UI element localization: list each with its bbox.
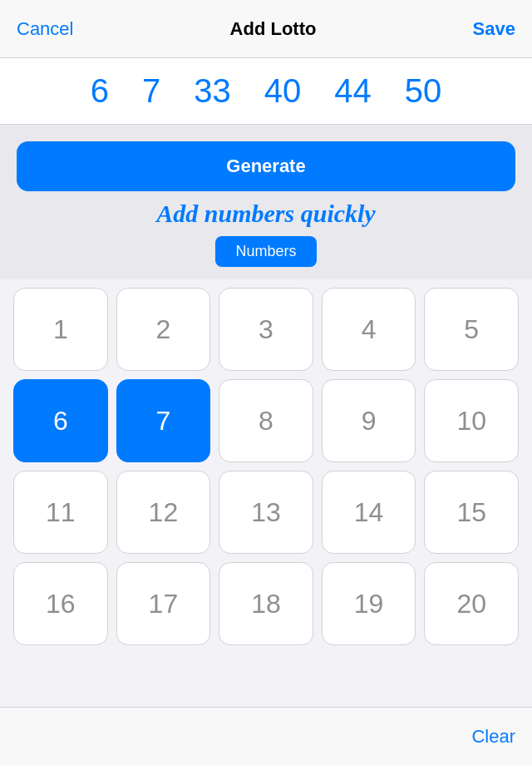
generate-button[interactable]: Generate: [17, 141, 515, 191]
number-cell-9[interactable]: 9: [322, 379, 416, 462]
number-cell-8[interactable]: 8: [219, 379, 313, 462]
bottom-bar: Clear: [0, 707, 532, 765]
number-cell-5[interactable]: 5: [424, 288, 519, 371]
number-cell-17[interactable]: 17: [116, 562, 211, 645]
clear-button[interactable]: Clear: [471, 726, 515, 748]
cancel-button[interactable]: Cancel: [17, 18, 73, 40]
generate-section: Generate: [0, 125, 532, 191]
number-cell-11[interactable]: 11: [13, 471, 108, 554]
number-grid-section: 1234567891011121314151617181920: [0, 279, 532, 654]
tagline-section: Add numbers quickly: [0, 191, 532, 228]
nav-bar: Cancel Add Lotto Save: [0, 0, 532, 58]
numbers-tab-section: Numbers: [0, 228, 532, 279]
number-cell-4[interactable]: 4: [322, 288, 416, 371]
number-cell-12[interactable]: 12: [116, 471, 211, 554]
number-cell-14[interactable]: 14: [322, 471, 416, 554]
selected-number: 33: [194, 72, 231, 110]
number-cell-16[interactable]: 16: [13, 562, 108, 645]
number-cell-15[interactable]: 15: [424, 471, 519, 554]
number-cell-19[interactable]: 19: [322, 562, 416, 645]
selected-number: 7: [142, 72, 160, 110]
number-cell-3[interactable]: 3: [219, 288, 313, 371]
number-cell-18[interactable]: 18: [219, 562, 313, 645]
save-button[interactable]: Save: [473, 18, 515, 40]
numbers-tab-button[interactable]: Numbers: [215, 236, 316, 267]
number-cell-2[interactable]: 2: [116, 288, 211, 371]
tagline-text: Add numbers quickly: [156, 200, 375, 227]
number-cell-1[interactable]: 1: [13, 288, 108, 371]
number-cell-7[interactable]: 7: [116, 379, 211, 462]
selected-numbers-row: 6733404450: [0, 58, 532, 125]
number-cell-13[interactable]: 13: [219, 471, 313, 554]
number-cell-10[interactable]: 10: [424, 379, 519, 462]
selected-number: 50: [405, 72, 442, 110]
selected-number: 6: [91, 72, 109, 110]
number-cell-6[interactable]: 6: [13, 379, 108, 462]
nav-title: Add Lotto: [230, 18, 317, 40]
number-grid: 1234567891011121314151617181920: [13, 288, 519, 645]
number-cell-20[interactable]: 20: [424, 562, 519, 645]
selected-number: 40: [264, 72, 302, 110]
selected-number: 44: [334, 72, 372, 110]
